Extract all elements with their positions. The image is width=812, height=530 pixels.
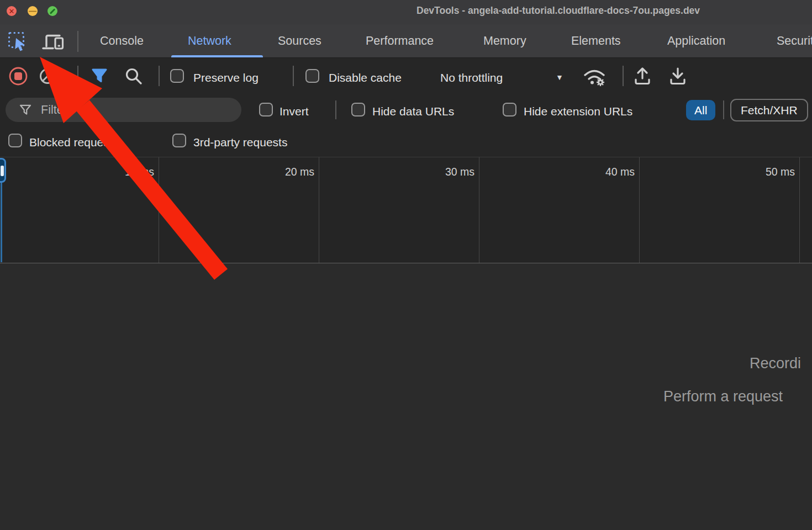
preserve-log-checkbox[interactable]: [170, 69, 184, 83]
inspect-cursor-icon: [8, 31, 30, 51]
minimize-window-button[interactable]: —: [28, 6, 38, 16]
hide-data-urls-label[interactable]: Hide data URLs: [372, 105, 454, 118]
filter-funnel-icon: [91, 67, 108, 85]
empty-state-hint-text: Perform a request: [663, 388, 783, 405]
filter-bar-divider: [723, 100, 724, 119]
tab-application[interactable]: Application: [667, 24, 725, 57]
toolbar-divider: [293, 66, 294, 86]
export-har-button[interactable]: [668, 66, 687, 86]
filter-input-container[interactable]: [6, 98, 241, 122]
timeline-gridline: [799, 157, 800, 263]
network-requests-panel: Recordi Perform a request: [0, 263, 812, 530]
timeline-tick-label: 40 ms: [585, 166, 635, 178]
search-icon: [125, 67, 143, 85]
devtools-window: ✕ — DevTools - angela-add-tutorial.cloud…: [0, 0, 812, 530]
request-filters-row: Blocked requests 3rd-party requests: [0, 126, 812, 157]
device-toolbar-button[interactable]: [42, 33, 65, 51]
clear-network-log-button[interactable]: [39, 68, 56, 84]
filter-type-fetch-xhr-button[interactable]: Fetch/XHR: [730, 99, 808, 121]
invert-label[interactable]: Invert: [280, 105, 309, 118]
hide-extension-urls-label[interactable]: Hide extension URLs: [524, 105, 632, 118]
timeline-origin-line: [1, 183, 2, 262]
clear-icon: [39, 68, 56, 84]
window-title: DevTools - angela-add-tutorial.cloudflar…: [416, 5, 700, 17]
timeline-tick-label: 30 ms: [425, 166, 474, 178]
inspect-element-button[interactable]: [8, 31, 30, 51]
tab-security[interactable]: Security: [777, 24, 812, 57]
timeline-tick-label: 50 ms: [745, 166, 795, 178]
disable-cache-label[interactable]: Disable cache: [329, 71, 402, 84]
filter-funnel-outline-icon: [19, 103, 32, 116]
disable-cache-checkbox[interactable]: [305, 69, 319, 83]
third-party-requests-label[interactable]: 3rd-party requests: [193, 136, 287, 149]
network-overview-timeline[interactable]: 10 ms 20 ms 30 ms 40 ms 50 ms: [0, 157, 812, 263]
invert-checkbox[interactable]: [259, 103, 273, 116]
devtools-tab-bar: Console Network Sources Performance Memo…: [0, 24, 812, 58]
timeline-origin-marker: [0, 158, 6, 183]
device-toolbar-icon: [42, 33, 65, 51]
tab-bar-divider: [77, 31, 78, 52]
tab-memory[interactable]: Memory: [483, 24, 526, 57]
title-bar: ✕ — DevTools - angela-add-tutorial.cloud…: [0, 0, 812, 24]
timeline-gridline: [639, 157, 640, 263]
close-window-button[interactable]: ✕: [7, 6, 17, 16]
preserve-log-label[interactable]: Preserve log: [193, 71, 259, 84]
upload-icon: [633, 66, 652, 86]
tab-elements[interactable]: Elements: [571, 24, 621, 57]
close-icon: ✕: [9, 7, 15, 15]
tab-console[interactable]: Console: [100, 24, 144, 57]
hide-data-urls-checkbox[interactable]: [351, 103, 365, 116]
tab-sources[interactable]: Sources: [278, 24, 321, 57]
download-icon: [668, 66, 687, 86]
filter-toggle-button[interactable]: [91, 67, 108, 85]
throttling-dropdown[interactable]: No throttling: [440, 71, 503, 84]
recording-status-text: Recordi: [750, 355, 801, 372]
chevron-down-icon[interactable]: ▼: [556, 73, 563, 82]
blocked-requests-label[interactable]: Blocked requests: [29, 136, 118, 149]
network-toolbar: Preserve log Disable cache No throttling…: [0, 58, 812, 94]
toolbar-divider: [159, 66, 160, 86]
third-party-requests-checkbox[interactable]: [172, 134, 186, 147]
blocked-requests-checkbox[interactable]: [8, 134, 22, 147]
timeline-gridline: [159, 157, 159, 263]
minimize-icon: —: [29, 7, 36, 15]
network-filter-bar: Invert Hide data URLs Hide extension URL…: [0, 94, 812, 126]
fullscreen-window-button[interactable]: [48, 6, 57, 16]
hide-extension-urls-checkbox[interactable]: [503, 103, 516, 116]
import-har-button[interactable]: [633, 66, 652, 86]
tab-performance[interactable]: Performance: [366, 24, 434, 57]
filter-bar-divider: [335, 100, 336, 119]
record-stop-icon: [8, 66, 28, 86]
toolbar-divider: [623, 66, 624, 86]
timeline-gridline: [319, 157, 319, 263]
tab-network[interactable]: Network: [188, 24, 231, 57]
timeline-gridline: [479, 157, 479, 263]
filter-type-all-button[interactable]: All: [686, 100, 715, 120]
search-network-button[interactable]: [125, 67, 143, 85]
active-tab-indicator: [171, 55, 263, 57]
filter-input[interactable]: [41, 103, 231, 117]
timeline-tick-label: 20 ms: [265, 166, 314, 178]
record-network-log-button[interactable]: [8, 66, 28, 86]
toolbar-divider: [77, 66, 78, 86]
network-conditions-icon: [582, 67, 610, 87]
network-conditions-button[interactable]: [582, 67, 610, 87]
timeline-tick-label: 10 ms: [104, 166, 154, 178]
fullscreen-disabled-icon: [50, 8, 55, 14]
